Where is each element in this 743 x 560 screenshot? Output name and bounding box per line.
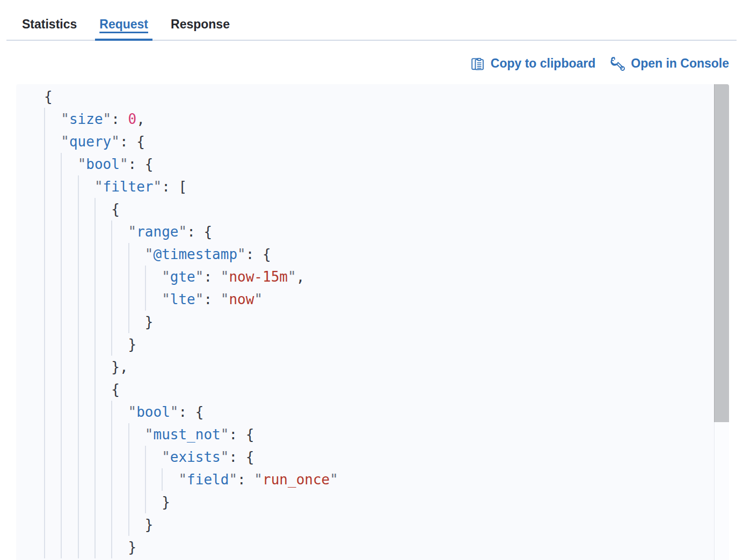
- request-code-block[interactable]: { "size": 0, "query": { "bool": { "filte…: [16, 84, 729, 560]
- code-line: "range": {: [44, 220, 703, 243]
- tab-statistics-label: Statistics: [22, 17, 77, 32]
- code-line: "bool": {: [44, 401, 703, 423]
- inspector-panel: Statistics Request Response Copy: [0, 0, 743, 560]
- code-line: {: [44, 378, 703, 401]
- code-line: },: [44, 356, 703, 378]
- request-json-code: { "size": 0, "query": { "bool": { "filte…: [16, 84, 714, 560]
- code-line: "must_not": {: [44, 423, 703, 446]
- tab-response[interactable]: Response: [166, 8, 234, 41]
- tab-statistics[interactable]: Statistics: [18, 8, 81, 41]
- code-line: }: [44, 311, 703, 333]
- code-line: "query": {: [44, 130, 703, 153]
- open-in-console-label: Open in Console: [631, 56, 729, 71]
- scrollbar-thumb[interactable]: [714, 84, 729, 422]
- code-line: "bool": {: [44, 153, 703, 175]
- open-in-console-button[interactable]: Open in Console: [610, 56, 729, 71]
- actions-row: Copy to clipboard Open in Console: [470, 50, 729, 76]
- scrollbar-track[interactable]: [714, 84, 729, 560]
- code-line: "lte": "now": [44, 288, 703, 311]
- code-line: "gte": "now-15m",: [44, 266, 703, 288]
- copy-to-clipboard-label: Copy to clipboard: [491, 56, 596, 71]
- code-line: "size": 0,: [44, 108, 703, 130]
- code-line: }: [44, 333, 703, 356]
- code-line: "exists": {: [44, 446, 703, 468]
- code-line: {: [44, 85, 703, 108]
- tab-request-label: Request: [99, 17, 148, 32]
- tab-bar: Statistics Request Response: [0, 0, 743, 41]
- code-line: "field": "run_once": [44, 468, 703, 491]
- copy-to-clipboard-button[interactable]: Copy to clipboard: [470, 56, 596, 71]
- code-line: }: [44, 536, 703, 558]
- code-line: {: [44, 198, 703, 220]
- code-line: "@timestamp": {: [44, 243, 703, 266]
- code-line: }: [44, 491, 703, 513]
- copy-clipboard-icon: [470, 56, 485, 71]
- tab-request[interactable]: Request: [95, 8, 152, 41]
- wrench-icon: [610, 56, 625, 71]
- tab-response-label: Response: [171, 17, 230, 32]
- code-line: "filter": [: [44, 175, 703, 198]
- code-line: }: [44, 513, 703, 536]
